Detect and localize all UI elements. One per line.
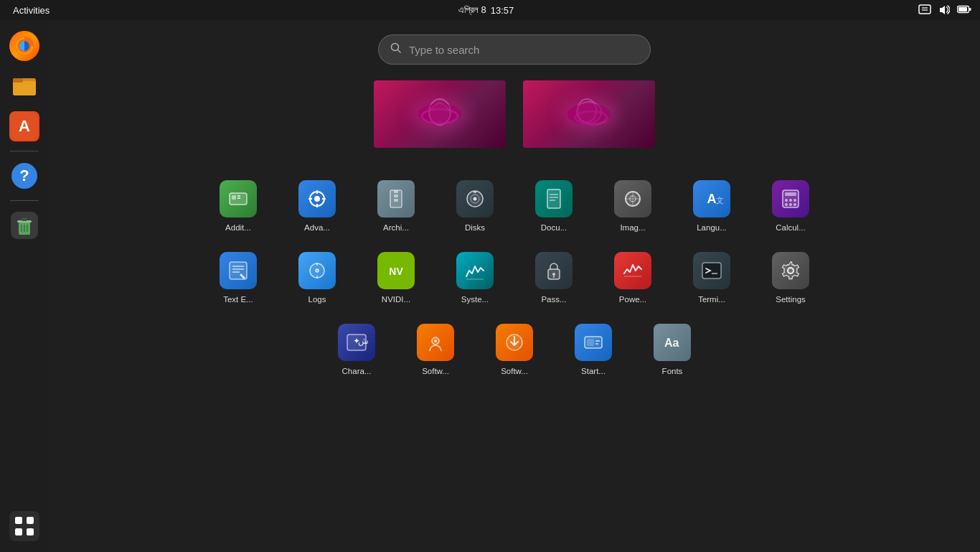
dock-item-files[interactable] xyxy=(6,67,43,105)
svg-text:ش: ش xyxy=(358,336,368,346)
activities-button[interactable]: Activities xyxy=(9,4,54,17)
svg-rect-34 xyxy=(237,195,240,197)
svg-point-66 xyxy=(785,203,788,206)
svg-point-37 xyxy=(314,196,320,202)
search-input[interactable] xyxy=(409,44,639,56)
disks-label: Disks xyxy=(465,223,485,233)
nvidia-label: NVIDI... xyxy=(382,295,410,305)
svg-point-30 xyxy=(575,111,607,124)
svg-rect-22 xyxy=(15,517,22,524)
language-support-label: Langu... xyxy=(697,223,727,233)
advanced-settings-label: Adva... xyxy=(304,223,330,233)
svg-rect-94 xyxy=(587,339,594,346)
system-monitor-label: Syste... xyxy=(461,295,489,305)
app-item-logs[interactable]: Logs xyxy=(281,243,353,314)
svg-rect-96 xyxy=(595,343,598,345)
volume-icon[interactable] xyxy=(938,4,950,17)
svg-rect-33 xyxy=(232,195,236,200)
svg-rect-44 xyxy=(394,195,398,197)
workspace-thumbnails xyxy=(372,79,656,149)
calculator-icon xyxy=(772,180,809,217)
image-viewer-label: Imag... xyxy=(620,223,645,233)
topbar: Activities এপ্রিল 8 13:57 xyxy=(0,0,980,20)
language-support-icon: A 文 xyxy=(693,180,730,217)
show-apps-icon xyxy=(9,511,39,541)
additional-drivers-label: Addit... xyxy=(225,223,251,233)
startup-disk-label: Start... xyxy=(581,367,606,377)
dock-item-firefox[interactable] xyxy=(6,27,43,65)
app-item-nvidia[interactable]: NV NVIDI... xyxy=(360,243,432,314)
dock-item-help[interactable]: ? xyxy=(6,157,43,195)
app-item-power-stats[interactable]: Powe... xyxy=(597,243,669,314)
svg-point-74 xyxy=(316,269,319,272)
workspace-thumbnail-1[interactable] xyxy=(372,79,507,149)
app-item-software-properties[interactable]: Softw... xyxy=(400,314,471,386)
svg-rect-24 xyxy=(15,528,22,535)
help-icon: ? xyxy=(9,161,39,191)
text-editor-icon xyxy=(220,252,257,289)
svg-rect-45 xyxy=(394,199,398,202)
software-updater-icon xyxy=(496,324,533,361)
app-item-startup-disk[interactable]: Start... xyxy=(557,314,629,386)
dock-bottom xyxy=(6,507,43,545)
network-icon[interactable] xyxy=(918,4,931,17)
software-properties-icon xyxy=(417,324,454,361)
document-viewer-icon xyxy=(535,180,573,217)
workspace-thumbnail-2[interactable] xyxy=(522,79,656,149)
svg-rect-5 xyxy=(969,8,971,11)
app-item-character-map[interactable]: ✦ ش Chara... xyxy=(321,314,392,386)
app-item-advanced-settings[interactable]: Adva... xyxy=(281,171,353,243)
svg-line-27 xyxy=(398,50,401,53)
system-monitor-icon xyxy=(456,252,494,289)
svg-rect-49 xyxy=(473,191,476,193)
software-updater-label: Softw... xyxy=(501,367,528,377)
svg-point-68 xyxy=(793,203,796,206)
passwords-label: Pass... xyxy=(541,295,566,305)
app-item-system-monitor[interactable]: Syste... xyxy=(439,243,511,314)
search-bar[interactable] xyxy=(378,34,651,65)
app-item-terminal[interactable]: Termi... xyxy=(676,243,748,314)
svg-rect-43 xyxy=(394,190,398,193)
trash-icon xyxy=(9,210,39,240)
svg-rect-23 xyxy=(27,517,34,524)
app-item-language-support[interactable]: A 文 Langu... xyxy=(676,171,748,243)
thumbnail-bg-2 xyxy=(523,80,655,148)
app-item-fonts[interactable]: Aa Fonts xyxy=(636,314,708,386)
app-item-text-editor[interactable]: Text E... xyxy=(202,243,274,314)
topbar-right xyxy=(918,4,971,17)
svg-point-48 xyxy=(473,197,477,201)
dock: A ? xyxy=(0,20,49,552)
thumbnail-bg-1 xyxy=(374,80,506,148)
settings-label: Settings xyxy=(776,295,806,305)
svg-point-64 xyxy=(789,199,792,202)
time-label: 13:57 xyxy=(491,5,514,16)
app-item-archive-manager[interactable]: Archi... xyxy=(360,171,432,243)
dock-item-trash[interactable] xyxy=(6,207,43,244)
main-content: Addit... Adva... xyxy=(49,20,980,552)
app-item-document-viewer[interactable]: Docu... xyxy=(518,171,590,243)
text-editor-label: Text E... xyxy=(223,295,253,305)
dock-item-store[interactable]: A xyxy=(6,108,43,145)
app-item-image-viewer[interactable]: Imag... xyxy=(597,171,669,243)
svg-rect-62 xyxy=(785,192,796,196)
dock-item-show-apps[interactable] xyxy=(6,507,43,545)
store-icon: A xyxy=(9,111,39,141)
battery-icon[interactable] xyxy=(957,4,971,16)
settings-icon xyxy=(772,252,809,289)
app-item-additional-drivers[interactable]: Addit... xyxy=(202,171,274,243)
svg-rect-95 xyxy=(595,340,600,342)
app-item-software-updater[interactable]: Softw... xyxy=(479,314,550,386)
app-item-passwords[interactable]: Pass... xyxy=(518,243,590,314)
app-item-settings[interactable]: Settings xyxy=(755,243,826,314)
svg-point-91 xyxy=(434,340,437,342)
files-icon xyxy=(9,71,39,101)
svg-text:A: A xyxy=(19,117,30,135)
document-viewer-label: Docu... xyxy=(541,223,567,233)
app-item-calculator[interactable]: Calcul... xyxy=(755,171,826,243)
app-item-disks[interactable]: Disks xyxy=(439,171,511,243)
startup-disk-icon xyxy=(575,324,612,361)
svg-text:A: A xyxy=(707,192,717,206)
disks-icon xyxy=(456,180,494,217)
topbar-left: Activities xyxy=(9,4,54,17)
app-row-2: Text E... Logs NV NVIDI... xyxy=(202,243,826,314)
